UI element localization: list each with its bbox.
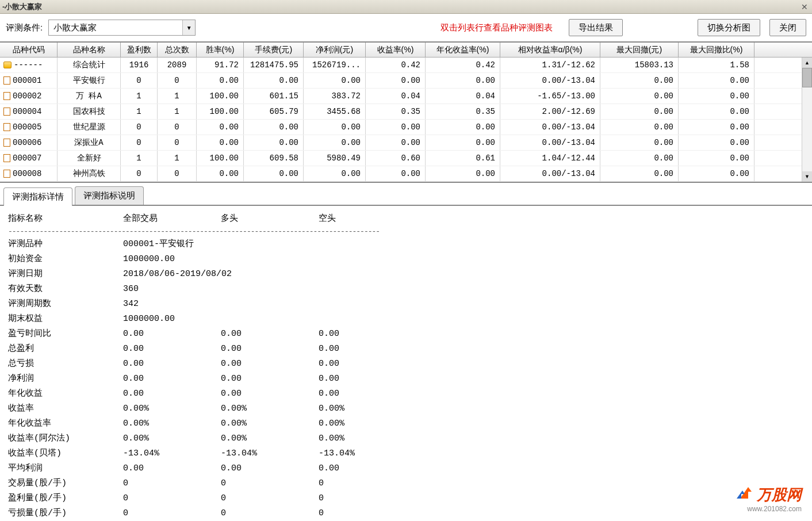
detail-all: 0.00% [123,431,221,446]
export-button[interactable]: 导出结果 [569,19,623,36]
col-header[interactable]: 相对收益率α/β(%) [500,43,600,57]
condition-combo[interactable]: 小散大赢家 ▼ [48,20,196,36]
cell-ret: 0.60 [366,151,426,166]
cell-name: 综合统计 [58,58,121,72]
cell-name: 国农科技 [58,104,121,119]
detail-short: 0.00 [319,327,416,342]
cell-dd: 0.00 [600,73,679,88]
cell-ret: 0.00 [366,135,426,150]
close-icon: ✕ [801,2,808,12]
cell-dd: 15803.13 [600,58,679,72]
detail-short: 0.00% [319,416,416,431]
table-row[interactable]: 000001平安银行000.000.000.000.000.000.00/-13… [0,73,812,89]
detail-long: 0 [221,476,319,491]
tab-help[interactable]: 评测指标说明 [75,186,144,205]
cell-ddr: 0.00 [679,166,754,181]
detail-all: 0.00 [123,327,221,342]
detail-key: 净利润 [8,371,123,386]
detail-key: 初始资金 [8,252,123,267]
cell-ddr: 0.00 [679,135,754,150]
cell-ab: -1.65/-13.00 [500,89,600,104]
detail-header-long: 多头 [221,212,319,227]
col-header[interactable]: 胜率(%) [197,43,244,57]
detail-header-row: 指标名称 全部交易 多头 空头 [8,212,804,227]
scroll-up-icon[interactable]: ▲ [802,58,812,68]
code-text: 000007 [13,154,41,163]
cell-ddr: 1.58 [679,58,754,72]
cell-annret: 0.42 [426,58,500,72]
detail-row: 平均利润0.000.000.00 [8,461,804,476]
cell-ret: 0.00 [366,166,426,181]
col-header[interactable]: 最大回撤(元) [600,43,679,57]
cell-code: ------ [0,58,58,72]
detail-long: 0.00 [221,461,319,476]
divider-line: ----------------------------------------… [8,227,804,237]
detail-row: 交易量(股/手)000 [8,476,804,491]
detail-long: -13.04% [221,446,319,461]
table-row[interactable]: 000006深振业A000.000.000.000.000.000.00/-13… [0,135,812,151]
detail-panel: 指标名称 全部交易 多头 空头 ------------------------… [0,206,812,521]
col-header[interactable]: 盈利数 [121,43,158,57]
detail-long: 0.00 [221,327,319,342]
cell-win: 0 [121,120,158,135]
table-row[interactable]: 000002万 科A11100.00601.15383.720.040.04-1… [0,89,812,104]
col-header[interactable]: 收益率(%) [366,43,426,57]
detail-long: 0.00 [221,357,319,371]
cell-fee: 609.58 [244,151,304,166]
table-row[interactable]: 000005世纪星源000.000.000.000.000.000.00/-13… [0,120,812,135]
detail-long: 0.00% [221,431,319,446]
cell-profit: 5980.49 [304,151,366,166]
detail-key: 评测周期数 [8,297,123,312]
col-header[interactable]: 年化收益率(%) [426,43,500,57]
col-header[interactable]: 手续费(元) [244,43,304,57]
cell-dd: 0.00 [600,89,679,104]
table-row[interactable]: 000007全新好11100.00609.585980.490.600.611.… [0,151,812,166]
cell-dd: 0.00 [600,151,679,166]
double-click-hint: 双击列表行查看品种评测图表 [441,22,553,33]
cell-total: 0 [158,120,197,135]
cell-code: 000007 [0,151,58,166]
cell-profit: 0.00 [304,120,366,135]
cell-ddr: 0.00 [679,89,754,104]
cell-annret: 0.61 [426,151,500,166]
tab-detail[interactable]: 评测指标详情 [3,187,72,206]
detail-short: 0.00 [319,386,416,401]
grid-scrollbar[interactable]: ▲ ▼ [802,58,812,182]
detail-long: 0.00 [221,371,319,386]
cell-ab: 2.00/-12.69 [500,104,600,119]
table-row[interactable]: 000008神州高铁000.000.000.000.000.000.00/-13… [0,166,812,182]
detail-row: 评测周期数342 [8,297,804,312]
table-row[interactable]: 000004国农科技11100.00605.793455.680.350.352… [0,104,812,120]
col-header[interactable]: 净利润(元) [304,43,366,57]
detail-row: 期末权益1000000.00 [8,312,804,327]
scroll-thumb[interactable] [802,68,812,87]
code-text: 000006 [13,138,41,147]
close-button[interactable]: 关闭 [769,19,806,36]
detail-header-short: 空头 [319,212,416,227]
detail-all: 0.00% [123,416,221,431]
code-text: 000002 [13,91,41,101]
scroll-down-icon[interactable]: ▼ [802,171,812,182]
table-row[interactable]: ------综合统计1916208991.721281475.951526719… [0,58,812,73]
cell-profit: 1526719... [304,58,366,72]
window-close-button[interactable]: ✕ [799,2,810,12]
detail-tabs: 评测指标详情 评测指标说明 [0,183,812,206]
cell-annret: 0.00 [426,73,500,88]
window-title: -小散大赢家 [2,2,42,12]
detail-short: 0.00% [319,401,416,416]
cell-total: 0 [158,73,197,88]
col-header[interactable]: 最大回撤比(%) [679,43,754,57]
detail-key: 盈亏时间比 [8,327,123,342]
col-header[interactable]: 品种代码 [0,43,58,57]
cell-ddr: 0.00 [679,73,754,88]
cell-win: 0 [121,135,158,150]
detail-all: 0.00 [123,357,221,371]
col-header[interactable]: 品种名称 [58,43,121,57]
code-text: 000001 [13,76,41,85]
col-header[interactable]: 总次数 [158,43,197,57]
cell-fee: 0.00 [244,73,304,88]
detail-value: 2018/08/06-2019/08/02 [123,267,411,282]
switch-chart-button[interactable]: 切换分析图 [698,19,760,36]
sheet-icon [3,170,10,178]
cell-total: 1 [158,151,197,166]
